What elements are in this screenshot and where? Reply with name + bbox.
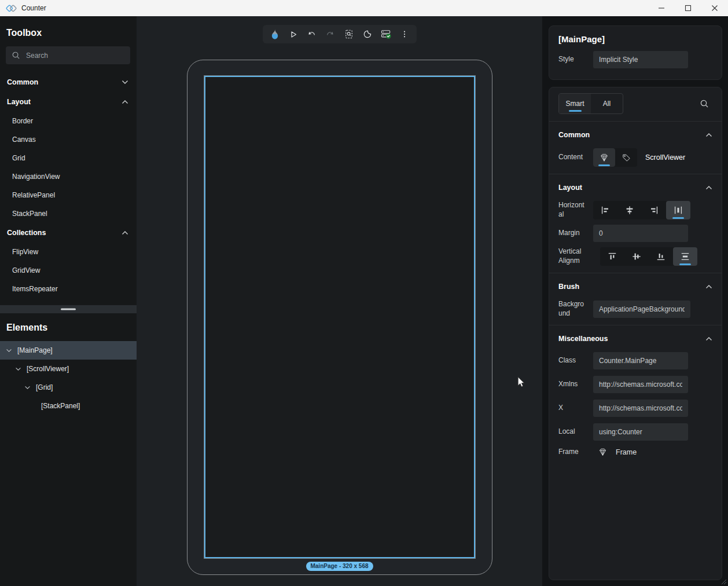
halign-center-button[interactable] [617, 201, 642, 219]
mainpage-design-surface[interactable] [204, 75, 476, 559]
undo-icon [307, 30, 317, 39]
design-canvas[interactable]: MainPage - 320 x 568 [137, 16, 542, 586]
section-label: Common [7, 78, 38, 86]
toolbox-item-canvas[interactable]: Canvas [0, 130, 137, 149]
valign-bottom-button[interactable] [649, 247, 673, 266]
window-resize-grip[interactable] [721, 579, 727, 585]
zoom-to-fit-button[interactable] [341, 27, 356, 42]
toolbox-search-input[interactable] [26, 52, 124, 60]
window-title: Counter [21, 4, 46, 12]
content-mode-toggle [593, 148, 637, 167]
align-center-horizontal-icon [624, 204, 635, 216]
section-layout[interactable]: Layout [558, 179, 712, 196]
device-frame[interactable]: MainPage - 320 x 568 [187, 60, 492, 575]
toolbox-section-collections[interactable]: Collections [0, 223, 137, 243]
valign-center-button[interactable] [624, 247, 649, 266]
section-brush[interactable]: Brush [558, 278, 712, 295]
property-inspector: [MainPage] Style Smart All [542, 16, 728, 586]
section-label: Common [558, 131, 590, 139]
stretch-horizontal-icon [672, 204, 684, 216]
background-label: Background [558, 300, 586, 318]
chevron-down-icon[interactable] [24, 386, 31, 390]
panel-splitter-handle[interactable] [0, 305, 137, 313]
chevron-up-icon [705, 284, 712, 289]
section-label: Layout [558, 184, 582, 192]
server-status-button[interactable] [378, 27, 394, 42]
background-input[interactable] [593, 301, 690, 318]
undo-button[interactable] [304, 27, 319, 42]
horizontal-alignment-group [593, 201, 690, 219]
vertical-alignment-group [600, 247, 697, 266]
toolbox-section-common[interactable]: Common [0, 72, 137, 92]
play-icon [288, 30, 298, 39]
frame-reference[interactable]: Frame [593, 447, 637, 457]
minimize-button[interactable] [648, 0, 675, 16]
toolbox-item-border[interactable]: Border [0, 112, 137, 130]
toolbox-item-stackpanel[interactable]: StackPanel [0, 204, 137, 223]
hot-reload-button[interactable] [267, 27, 282, 42]
chevron-down-icon[interactable] [6, 349, 13, 353]
app-window: Counter Toolbox Common [0, 0, 728, 586]
close-button[interactable] [701, 0, 728, 16]
theme-toggle-button[interactable] [360, 27, 375, 42]
toolbox-item-grid[interactable]: Grid [0, 149, 137, 167]
content-label: Content [558, 153, 586, 162]
toolbox-item-gridview[interactable]: GridView [0, 261, 137, 280]
toolbox-item-relativepanel[interactable]: RelativePanel [0, 186, 137, 204]
toolbox-item-itemsrepeater[interactable]: ItemsRepeater [0, 280, 137, 298]
selected-element-title: [MainPage] [558, 34, 712, 44]
chevron-down-icon[interactable] [15, 367, 22, 371]
titlebar: Counter [0, 0, 728, 16]
x-namespace-input[interactable] [593, 400, 688, 417]
tab-label: All [603, 100, 611, 108]
halign-stretch-button[interactable] [666, 201, 690, 219]
tab-smart[interactable]: Smart [559, 94, 591, 113]
toolbox-section-layout[interactable]: Layout [0, 92, 137, 112]
vertical-alignment-label: Vertical Alignm [558, 247, 590, 265]
style-combobox[interactable] [593, 51, 688, 68]
redo-button[interactable] [323, 27, 338, 42]
valign-top-button[interactable] [600, 247, 624, 266]
content-binding-mode-button[interactable] [615, 148, 637, 167]
halign-left-button[interactable] [593, 201, 617, 219]
tree-item-mainpage[interactable]: [MainPage] [0, 341, 137, 360]
toolbox-item-navigationview[interactable]: NavigationView [0, 167, 137, 186]
play-button[interactable] [286, 27, 301, 42]
chevron-down-icon [122, 80, 128, 85]
gem-icon [599, 152, 609, 163]
chevron-up-icon [705, 336, 712, 341]
local-namespace-input[interactable] [593, 423, 688, 441]
tab-all[interactable]: All [591, 94, 623, 113]
more-options-button[interactable] [397, 27, 412, 42]
kebab-menu-icon [400, 30, 409, 39]
margin-input[interactable] [593, 225, 688, 242]
gem-icon [598, 447, 608, 457]
maximize-button[interactable] [675, 0, 701, 16]
toolbox-item-flipview[interactable]: FlipView [0, 243, 137, 261]
tree-item-scrollviewer[interactable]: [ScrollViewer] [0, 360, 137, 378]
tree-item-grid[interactable]: [Grid] [0, 378, 137, 397]
class-input[interactable] [593, 352, 688, 369]
tree-item-stackpanel[interactable]: [StackPanel] [0, 397, 137, 415]
stretch-vertical-icon [679, 251, 691, 262]
tab-label: Smart [565, 100, 584, 108]
xmlns-input[interactable] [593, 376, 688, 393]
section-label: Miscellaneous [558, 335, 608, 343]
local-namespace-label: Local [558, 427, 586, 437]
tree-item-label: [Grid] [36, 383, 53, 391]
selection-header-card: [MainPage] Style [549, 25, 722, 80]
halign-right-button[interactable] [642, 201, 666, 219]
redo-icon [325, 30, 335, 39]
selection-badge: MainPage - 320 x 568 [306, 562, 373, 571]
align-left-icon [600, 204, 611, 216]
valign-stretch-button[interactable] [673, 247, 697, 266]
section-miscellaneous[interactable]: Miscellaneous [558, 330, 712, 347]
toolbox-search[interactable] [6, 46, 130, 64]
zoom-to-fit-icon [344, 29, 354, 39]
content-element-mode-button[interactable] [593, 148, 615, 167]
section-label: Brush [558, 283, 579, 291]
property-search-icon[interactable] [700, 99, 712, 108]
chevron-up-icon [122, 230, 128, 235]
section-label: Layout [7, 98, 31, 106]
section-common[interactable]: Common [558, 126, 712, 144]
